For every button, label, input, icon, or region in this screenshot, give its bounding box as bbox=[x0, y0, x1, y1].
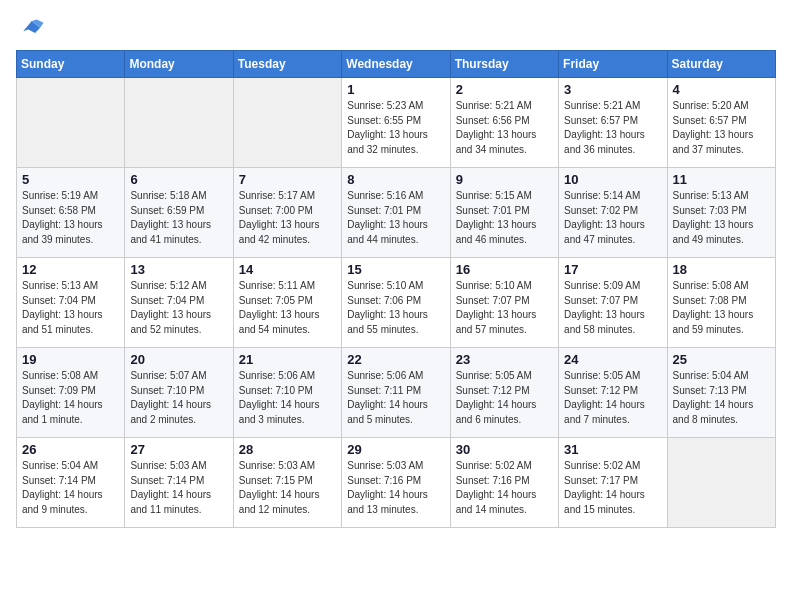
day-number: 8 bbox=[347, 172, 444, 187]
calendar-week-row: 12Sunrise: 5:13 AM Sunset: 7:04 PM Dayli… bbox=[17, 258, 776, 348]
calendar-week-row: 1Sunrise: 5:23 AM Sunset: 6:55 PM Daylig… bbox=[17, 78, 776, 168]
day-number: 30 bbox=[456, 442, 553, 457]
weekday-header: Saturday bbox=[667, 51, 775, 78]
calendar-week-row: 26Sunrise: 5:04 AM Sunset: 7:14 PM Dayli… bbox=[17, 438, 776, 528]
page-header bbox=[16, 16, 776, 38]
day-number: 2 bbox=[456, 82, 553, 97]
weekday-header: Monday bbox=[125, 51, 233, 78]
day-number: 29 bbox=[347, 442, 444, 457]
calendar-cell: 10Sunrise: 5:14 AM Sunset: 7:02 PM Dayli… bbox=[559, 168, 667, 258]
calendar-cell: 16Sunrise: 5:10 AM Sunset: 7:07 PM Dayli… bbox=[450, 258, 558, 348]
calendar-table: SundayMondayTuesdayWednesdayThursdayFrid… bbox=[16, 50, 776, 528]
day-info: Sunrise: 5:20 AM Sunset: 6:57 PM Dayligh… bbox=[673, 99, 770, 157]
calendar-cell: 8Sunrise: 5:16 AM Sunset: 7:01 PM Daylig… bbox=[342, 168, 450, 258]
calendar-cell: 1Sunrise: 5:23 AM Sunset: 6:55 PM Daylig… bbox=[342, 78, 450, 168]
day-number: 18 bbox=[673, 262, 770, 277]
calendar-cell: 6Sunrise: 5:18 AM Sunset: 6:59 PM Daylig… bbox=[125, 168, 233, 258]
day-number: 26 bbox=[22, 442, 119, 457]
day-info: Sunrise: 5:14 AM Sunset: 7:02 PM Dayligh… bbox=[564, 189, 661, 247]
weekday-header-row: SundayMondayTuesdayWednesdayThursdayFrid… bbox=[17, 51, 776, 78]
day-info: Sunrise: 5:02 AM Sunset: 7:16 PM Dayligh… bbox=[456, 459, 553, 517]
day-info: Sunrise: 5:16 AM Sunset: 7:01 PM Dayligh… bbox=[347, 189, 444, 247]
calendar-cell bbox=[667, 438, 775, 528]
day-number: 22 bbox=[347, 352, 444, 367]
day-info: Sunrise: 5:05 AM Sunset: 7:12 PM Dayligh… bbox=[456, 369, 553, 427]
calendar-cell: 22Sunrise: 5:06 AM Sunset: 7:11 PM Dayli… bbox=[342, 348, 450, 438]
calendar-cell: 28Sunrise: 5:03 AM Sunset: 7:15 PM Dayli… bbox=[233, 438, 341, 528]
day-number: 16 bbox=[456, 262, 553, 277]
logo-bird-icon bbox=[16, 16, 44, 38]
day-number: 23 bbox=[456, 352, 553, 367]
day-number: 9 bbox=[456, 172, 553, 187]
day-info: Sunrise: 5:08 AM Sunset: 7:08 PM Dayligh… bbox=[673, 279, 770, 337]
calendar-cell: 3Sunrise: 5:21 AM Sunset: 6:57 PM Daylig… bbox=[559, 78, 667, 168]
day-number: 11 bbox=[673, 172, 770, 187]
day-info: Sunrise: 5:03 AM Sunset: 7:16 PM Dayligh… bbox=[347, 459, 444, 517]
calendar-cell: 17Sunrise: 5:09 AM Sunset: 7:07 PM Dayli… bbox=[559, 258, 667, 348]
day-info: Sunrise: 5:08 AM Sunset: 7:09 PM Dayligh… bbox=[22, 369, 119, 427]
day-number: 31 bbox=[564, 442, 661, 457]
calendar-cell: 5Sunrise: 5:19 AM Sunset: 6:58 PM Daylig… bbox=[17, 168, 125, 258]
calendar-cell: 20Sunrise: 5:07 AM Sunset: 7:10 PM Dayli… bbox=[125, 348, 233, 438]
calendar-week-row: 19Sunrise: 5:08 AM Sunset: 7:09 PM Dayli… bbox=[17, 348, 776, 438]
day-info: Sunrise: 5:13 AM Sunset: 7:04 PM Dayligh… bbox=[22, 279, 119, 337]
calendar-cell bbox=[125, 78, 233, 168]
calendar-cell: 11Sunrise: 5:13 AM Sunset: 7:03 PM Dayli… bbox=[667, 168, 775, 258]
day-number: 12 bbox=[22, 262, 119, 277]
calendar-cell: 12Sunrise: 5:13 AM Sunset: 7:04 PM Dayli… bbox=[17, 258, 125, 348]
day-number: 7 bbox=[239, 172, 336, 187]
day-number: 15 bbox=[347, 262, 444, 277]
day-number: 25 bbox=[673, 352, 770, 367]
calendar-cell: 21Sunrise: 5:06 AM Sunset: 7:10 PM Dayli… bbox=[233, 348, 341, 438]
day-number: 6 bbox=[130, 172, 227, 187]
calendar-cell bbox=[17, 78, 125, 168]
day-info: Sunrise: 5:04 AM Sunset: 7:13 PM Dayligh… bbox=[673, 369, 770, 427]
calendar-cell: 14Sunrise: 5:11 AM Sunset: 7:05 PM Dayli… bbox=[233, 258, 341, 348]
day-number: 14 bbox=[239, 262, 336, 277]
day-info: Sunrise: 5:02 AM Sunset: 7:17 PM Dayligh… bbox=[564, 459, 661, 517]
day-info: Sunrise: 5:06 AM Sunset: 7:11 PM Dayligh… bbox=[347, 369, 444, 427]
calendar-cell: 31Sunrise: 5:02 AM Sunset: 7:17 PM Dayli… bbox=[559, 438, 667, 528]
day-number: 21 bbox=[239, 352, 336, 367]
day-info: Sunrise: 5:04 AM Sunset: 7:14 PM Dayligh… bbox=[22, 459, 119, 517]
day-info: Sunrise: 5:11 AM Sunset: 7:05 PM Dayligh… bbox=[239, 279, 336, 337]
day-info: Sunrise: 5:17 AM Sunset: 7:00 PM Dayligh… bbox=[239, 189, 336, 247]
calendar-cell: 4Sunrise: 5:20 AM Sunset: 6:57 PM Daylig… bbox=[667, 78, 775, 168]
day-number: 28 bbox=[239, 442, 336, 457]
day-number: 17 bbox=[564, 262, 661, 277]
calendar-cell: 26Sunrise: 5:04 AM Sunset: 7:14 PM Dayli… bbox=[17, 438, 125, 528]
calendar-cell: 25Sunrise: 5:04 AM Sunset: 7:13 PM Dayli… bbox=[667, 348, 775, 438]
logo bbox=[16, 16, 48, 38]
calendar-cell bbox=[233, 78, 341, 168]
calendar-cell: 2Sunrise: 5:21 AM Sunset: 6:56 PM Daylig… bbox=[450, 78, 558, 168]
day-info: Sunrise: 5:07 AM Sunset: 7:10 PM Dayligh… bbox=[130, 369, 227, 427]
day-number: 13 bbox=[130, 262, 227, 277]
day-info: Sunrise: 5:15 AM Sunset: 7:01 PM Dayligh… bbox=[456, 189, 553, 247]
day-info: Sunrise: 5:13 AM Sunset: 7:03 PM Dayligh… bbox=[673, 189, 770, 247]
weekday-header: Thursday bbox=[450, 51, 558, 78]
weekday-header: Tuesday bbox=[233, 51, 341, 78]
calendar-cell: 19Sunrise: 5:08 AM Sunset: 7:09 PM Dayli… bbox=[17, 348, 125, 438]
day-info: Sunrise: 5:19 AM Sunset: 6:58 PM Dayligh… bbox=[22, 189, 119, 247]
calendar-cell: 18Sunrise: 5:08 AM Sunset: 7:08 PM Dayli… bbox=[667, 258, 775, 348]
day-number: 1 bbox=[347, 82, 444, 97]
day-number: 3 bbox=[564, 82, 661, 97]
weekday-header: Wednesday bbox=[342, 51, 450, 78]
day-number: 27 bbox=[130, 442, 227, 457]
day-number: 24 bbox=[564, 352, 661, 367]
day-info: Sunrise: 5:10 AM Sunset: 7:07 PM Dayligh… bbox=[456, 279, 553, 337]
day-info: Sunrise: 5:18 AM Sunset: 6:59 PM Dayligh… bbox=[130, 189, 227, 247]
day-info: Sunrise: 5:21 AM Sunset: 6:57 PM Dayligh… bbox=[564, 99, 661, 157]
day-number: 10 bbox=[564, 172, 661, 187]
day-number: 5 bbox=[22, 172, 119, 187]
day-number: 19 bbox=[22, 352, 119, 367]
calendar-cell: 15Sunrise: 5:10 AM Sunset: 7:06 PM Dayli… bbox=[342, 258, 450, 348]
day-info: Sunrise: 5:03 AM Sunset: 7:15 PM Dayligh… bbox=[239, 459, 336, 517]
calendar-cell: 29Sunrise: 5:03 AM Sunset: 7:16 PM Dayli… bbox=[342, 438, 450, 528]
day-number: 4 bbox=[673, 82, 770, 97]
calendar-cell: 13Sunrise: 5:12 AM Sunset: 7:04 PM Dayli… bbox=[125, 258, 233, 348]
weekday-header: Sunday bbox=[17, 51, 125, 78]
day-info: Sunrise: 5:12 AM Sunset: 7:04 PM Dayligh… bbox=[130, 279, 227, 337]
day-info: Sunrise: 5:09 AM Sunset: 7:07 PM Dayligh… bbox=[564, 279, 661, 337]
day-info: Sunrise: 5:03 AM Sunset: 7:14 PM Dayligh… bbox=[130, 459, 227, 517]
